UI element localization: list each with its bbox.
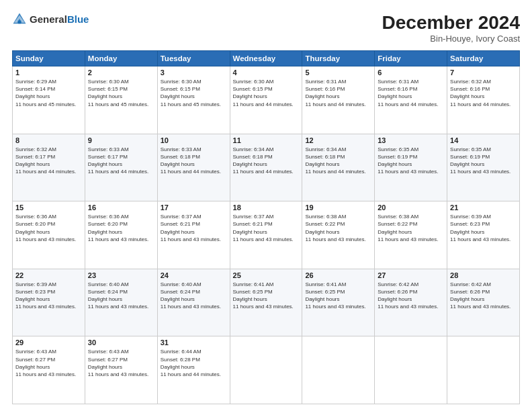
day-number: 9 [88, 136, 154, 144]
calendar-cell: 3 Sunrise: 6:30 AM Sunset: 6:15 PM Dayli… [157, 66, 230, 134]
logo-icon [12, 12, 27, 27]
cell-info: Sunrise: 6:44 AM Sunset: 6:28 PM Dayligh… [161, 348, 227, 378]
calendar-cell: 16 Sunrise: 6:36 AM Sunset: 6:20 PM Dayl… [85, 201, 157, 269]
svg-rect-2 [18, 21, 21, 24]
cell-info: Sunrise: 6:41 AM Sunset: 6:25 PM Dayligh… [233, 281, 300, 311]
logo-text: GeneralBlue [30, 13, 89, 26]
day-number: 30 [88, 338, 154, 347]
col-friday: Friday [375, 51, 447, 66]
day-number: 1 [15, 68, 82, 77]
month-title: December 2024 [382, 12, 520, 34]
logo-blue: Blue [67, 13, 89, 25]
calendar-week-4: 22 Sunrise: 6:39 AM Sunset: 6:23 PM Dayl… [13, 269, 520, 336]
calendar-cell: 7 Sunrise: 6:32 AM Sunset: 6:16 PM Dayli… [447, 66, 520, 134]
calendar-cell [447, 336, 520, 404]
day-number: 4 [233, 68, 300, 77]
calendar-cell: 1 Sunrise: 6:29 AM Sunset: 6:14 PM Dayli… [13, 66, 85, 134]
calendar-cell: 4 Sunrise: 6:30 AM Sunset: 6:15 PM Dayli… [230, 66, 302, 134]
calendar-cell: 30 Sunrise: 6:43 AM Sunset: 6:27 PM Dayl… [85, 336, 157, 404]
day-number: 3 [161, 68, 227, 77]
col-sunday: Sunday [13, 51, 85, 66]
cell-info: Sunrise: 6:29 AM Sunset: 6:14 PM Dayligh… [15, 78, 82, 108]
cell-info: Sunrise: 6:36 AM Sunset: 6:20 PM Dayligh… [15, 213, 82, 243]
cell-info: Sunrise: 6:38 AM Sunset: 6:22 PM Dayligh… [378, 213, 444, 243]
day-number: 5 [305, 68, 371, 77]
day-number: 7 [450, 68, 517, 77]
cell-info: Sunrise: 6:35 AM Sunset: 6:19 PM Dayligh… [450, 146, 517, 176]
calendar-cell: 18 Sunrise: 6:37 AM Sunset: 6:21 PM Dayl… [230, 201, 302, 269]
calendar-cell: 31 Sunrise: 6:44 AM Sunset: 6:28 PM Dayl… [157, 336, 230, 404]
title-block: December 2024 Bin-Houye, Ivory Coast [382, 12, 520, 44]
day-number: 10 [161, 136, 227, 144]
col-thursday: Thursday [302, 51, 375, 66]
calendar-table: Sunday Monday Tuesday Wednesday Thursday… [12, 50, 520, 404]
day-number: 25 [233, 271, 300, 279]
cell-info: Sunrise: 6:39 AM Sunset: 6:23 PM Dayligh… [15, 281, 82, 311]
cell-info: Sunrise: 6:31 AM Sunset: 6:16 PM Dayligh… [305, 78, 371, 108]
calendar-cell: 23 Sunrise: 6:40 AM Sunset: 6:24 PM Dayl… [85, 269, 157, 336]
day-number: 17 [161, 203, 227, 212]
logo-general: General [30, 13, 67, 25]
calendar-cell: 6 Sunrise: 6:31 AM Sunset: 6:16 PM Dayli… [375, 66, 447, 134]
day-number: 15 [15, 203, 82, 212]
cell-info: Sunrise: 6:32 AM Sunset: 6:17 PM Dayligh… [15, 146, 82, 176]
calendar-cell: 9 Sunrise: 6:33 AM Sunset: 6:17 PM Dayli… [85, 134, 157, 201]
col-tuesday: Tuesday [157, 51, 230, 66]
cell-info: Sunrise: 6:36 AM Sunset: 6:20 PM Dayligh… [88, 213, 154, 243]
day-number: 22 [15, 271, 82, 279]
cell-info: Sunrise: 6:34 AM Sunset: 6:18 PM Dayligh… [233, 146, 300, 176]
cell-info: Sunrise: 6:30 AM Sunset: 6:15 PM Dayligh… [233, 78, 300, 108]
day-number: 31 [161, 338, 227, 347]
calendar-cell: 2 Sunrise: 6:30 AM Sunset: 6:15 PM Dayli… [85, 66, 157, 134]
day-number: 19 [305, 203, 371, 212]
day-number: 6 [378, 68, 444, 77]
cell-info: Sunrise: 6:30 AM Sunset: 6:15 PM Dayligh… [161, 78, 227, 108]
calendar-cell: 11 Sunrise: 6:34 AM Sunset: 6:18 PM Dayl… [230, 134, 302, 201]
day-number: 13 [378, 136, 444, 144]
cell-info: Sunrise: 6:41 AM Sunset: 6:25 PM Dayligh… [305, 281, 371, 311]
col-wednesday: Wednesday [230, 51, 302, 66]
day-number: 29 [15, 338, 82, 347]
day-number: 21 [450, 203, 517, 212]
day-number: 14 [450, 136, 517, 144]
calendar-cell: 20 Sunrise: 6:38 AM Sunset: 6:22 PM Dayl… [375, 201, 447, 269]
calendar-cell: 17 Sunrise: 6:37 AM Sunset: 6:21 PM Dayl… [157, 201, 230, 269]
cell-info: Sunrise: 6:31 AM Sunset: 6:16 PM Dayligh… [378, 78, 444, 108]
calendar-cell: 27 Sunrise: 6:42 AM Sunset: 6:26 PM Dayl… [375, 269, 447, 336]
calendar-cell: 24 Sunrise: 6:40 AM Sunset: 6:24 PM Dayl… [157, 269, 230, 336]
cell-info: Sunrise: 6:42 AM Sunset: 6:26 PM Dayligh… [378, 281, 444, 311]
location-subtitle: Bin-Houye, Ivory Coast [382, 34, 520, 44]
calendar-cell: 8 Sunrise: 6:32 AM Sunset: 6:17 PM Dayli… [13, 134, 85, 201]
cell-info: Sunrise: 6:33 AM Sunset: 6:18 PM Dayligh… [161, 146, 227, 176]
page-header: GeneralBlue December 2024 Bin-Houye, Ivo… [12, 12, 520, 44]
calendar-cell: 15 Sunrise: 6:36 AM Sunset: 6:20 PM Dayl… [13, 201, 85, 269]
day-number: 20 [378, 203, 444, 212]
calendar-week-3: 15 Sunrise: 6:36 AM Sunset: 6:20 PM Dayl… [13, 201, 520, 269]
calendar-cell: 5 Sunrise: 6:31 AM Sunset: 6:16 PM Dayli… [302, 66, 375, 134]
calendar-week-2: 8 Sunrise: 6:32 AM Sunset: 6:17 PM Dayli… [13, 134, 520, 201]
calendar-cell: 22 Sunrise: 6:39 AM Sunset: 6:23 PM Dayl… [13, 269, 85, 336]
calendar-cell: 10 Sunrise: 6:33 AM Sunset: 6:18 PM Dayl… [157, 134, 230, 201]
calendar-cell: 19 Sunrise: 6:38 AM Sunset: 6:22 PM Dayl… [302, 201, 375, 269]
cell-info: Sunrise: 6:37 AM Sunset: 6:21 PM Dayligh… [161, 213, 227, 243]
day-number: 18 [233, 203, 300, 212]
day-number: 26 [305, 271, 371, 279]
cell-info: Sunrise: 6:39 AM Sunset: 6:23 PM Dayligh… [450, 213, 517, 243]
day-number: 8 [15, 136, 82, 144]
day-number: 2 [88, 68, 154, 77]
calendar-cell: 28 Sunrise: 6:42 AM Sunset: 6:26 PM Dayl… [447, 269, 520, 336]
day-number: 16 [88, 203, 154, 212]
cell-info: Sunrise: 6:43 AM Sunset: 6:27 PM Dayligh… [88, 348, 154, 378]
day-number: 11 [233, 136, 300, 144]
day-number: 23 [88, 271, 154, 279]
cell-info: Sunrise: 6:43 AM Sunset: 6:27 PM Dayligh… [15, 348, 82, 378]
day-number: 12 [305, 136, 371, 144]
day-number: 28 [450, 271, 517, 279]
cell-info: Sunrise: 6:33 AM Sunset: 6:17 PM Dayligh… [88, 146, 154, 176]
calendar-cell [302, 336, 375, 404]
col-monday: Monday [85, 51, 157, 66]
calendar-week-1: 1 Sunrise: 6:29 AM Sunset: 6:14 PM Dayli… [13, 66, 520, 134]
cell-info: Sunrise: 6:30 AM Sunset: 6:15 PM Dayligh… [88, 78, 154, 108]
cell-info: Sunrise: 6:40 AM Sunset: 6:24 PM Dayligh… [88, 281, 154, 311]
logo: GeneralBlue [12, 12, 89, 27]
